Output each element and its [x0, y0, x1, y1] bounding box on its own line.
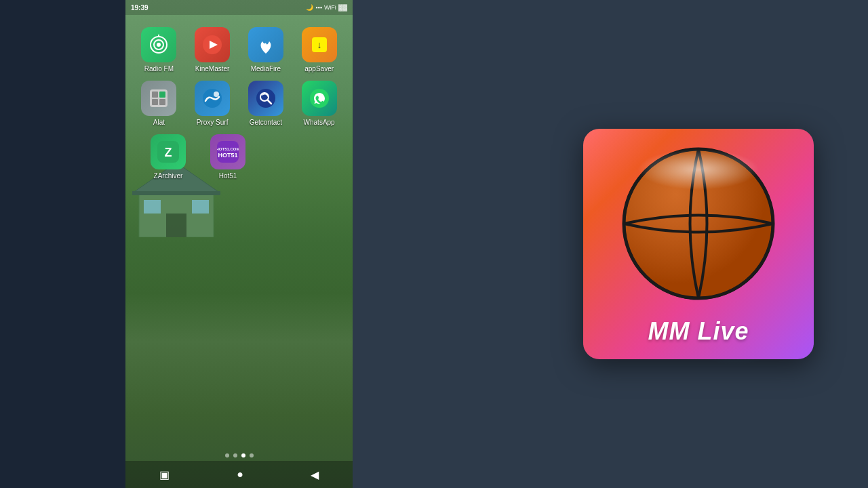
app-label-whatsapp: WhatsApp: [304, 119, 335, 126]
app-label-alat: Alat: [153, 119, 165, 126]
svg-point-24: [256, 89, 275, 108]
app-icon-whatsapp[interactable]: [302, 81, 337, 116]
kinemaster-icon: [201, 34, 223, 56]
svg-text:HOT51.COM: HOT51.COM: [217, 147, 239, 151]
svg-text:HOT51: HOT51: [218, 152, 237, 159]
hot51-icon: HOT51.COM HOT51: [217, 141, 239, 163]
phone-frame: 19:39 🌙 ▪▪▪ WiFi ▓▓: [125, 0, 353, 488]
svg-text:Z: Z: [165, 146, 172, 159]
app-icon-kinemaster[interactable]: [195, 27, 230, 62]
status-bar: 19:39 🌙 ▪▪▪ WiFi ▓▓: [125, 0, 353, 15]
app-icon-proxy-surf[interactable]: [195, 81, 230, 116]
app-icon-radio-fm[interactable]: [141, 27, 176, 62]
battery-icon: ▓▓: [338, 4, 347, 11]
svg-rect-20: [152, 99, 158, 105]
app-row-3: Z ZArchiver HOT51.COM HOT51 Hot5: [132, 134, 346, 180]
app-icon-zarchiver[interactable]: Z: [151, 134, 186, 169]
wifi-icon: WiFi: [324, 4, 336, 11]
app-item-appsaver[interactable]: ↓ appSaver: [296, 27, 343, 73]
svg-point-11: [157, 43, 161, 47]
status-icons: 🌙 ▪▪▪ WiFi ▓▓: [306, 4, 347, 11]
svg-text:↓: ↓: [317, 39, 321, 50]
zarchiver-icon: Z: [157, 141, 179, 163]
phone-screen: 19:39 🌙 ▪▪▪ WiFi ▓▓: [125, 0, 353, 488]
app-item-proxy-surf[interactable]: Proxy Surf: [189, 81, 236, 126]
status-time: 19:39: [131, 4, 149, 12]
nav-bar: ▣ ● ◀: [125, 461, 353, 488]
ball-glow: [637, 149, 760, 190]
svg-rect-18: [152, 92, 158, 98]
left-panel: [0, 0, 125, 488]
whatsapp-icon: [309, 87, 330, 109]
app-item-alat[interactable]: Alat: [135, 81, 182, 126]
app-item-whatsapp[interactable]: WhatsApp: [296, 81, 343, 126]
mediafire-icon: [256, 35, 276, 55]
app-icon-mediafire[interactable]: [248, 27, 283, 62]
app-item-kinemaster[interactable]: KineMaster: [189, 27, 236, 73]
app-label-getcontact: Getcontact: [250, 119, 282, 126]
appsaver-icon: ↓: [309, 35, 330, 55]
mmlive-logo: MM Live: [583, 312, 814, 359]
alat-icon: [149, 88, 169, 108]
app-label-kinemaster: KineMaster: [195, 65, 230, 73]
svg-rect-19: [159, 92, 165, 98]
app-label-proxy-surf: Proxy Surf: [197, 119, 229, 126]
app-label-appsaver: appSaver: [304, 65, 334, 73]
app-label-mediafire: MediaFire: [251, 65, 281, 73]
svg-rect-5: [166, 214, 186, 237]
app-item-zarchiver[interactable]: Z ZArchiver: [144, 134, 192, 180]
page-dot-1[interactable]: [225, 453, 229, 458]
getcontact-icon: [255, 87, 277, 109]
page-dot-3[interactable]: [241, 453, 245, 458]
app-row-2: Alat Proxy Surf: [132, 81, 346, 126]
app-label-zarchiver: ZArchiver: [154, 172, 183, 180]
mmlive-card[interactable]: MM Live: [583, 129, 814, 359]
app-grid: Radio FM KineMaster: [125, 20, 353, 195]
app-item-getcontact[interactable]: Getcontact: [242, 81, 290, 126]
home-button[interactable]: ●: [237, 468, 243, 481]
app-label-radio-fm: Radio FM: [144, 65, 174, 73]
svg-point-23: [214, 92, 219, 97]
page-dot-2[interactable]: [233, 453, 237, 458]
app-label-hot51: Hot51: [219, 172, 237, 180]
app-item-mediafire[interactable]: MediaFire: [242, 27, 290, 73]
app-icon-getcontact[interactable]: [248, 81, 283, 116]
app-item-radio-fm[interactable]: Radio FM: [135, 27, 182, 73]
svg-rect-6: [144, 200, 161, 214]
moon-icon: 🌙: [306, 4, 313, 11]
app-icon-appsaver[interactable]: ↓: [302, 27, 337, 62]
back-button[interactable]: ◀: [311, 468, 319, 481]
app-icon-alat[interactable]: [141, 81, 176, 116]
svg-rect-7: [192, 200, 209, 214]
app-row-1: Radio FM KineMaster: [132, 27, 346, 73]
radio-fm-icon: [149, 35, 169, 55]
right-panel: MM Live: [356, 0, 868, 488]
page-dots: [125, 453, 353, 458]
recent-apps-button[interactable]: ▣: [159, 468, 170, 481]
page-dot-4[interactable]: [250, 453, 254, 458]
signal-icon: ▪▪▪: [315, 4, 322, 11]
app-icon-hot51[interactable]: HOT51.COM HOT51: [210, 134, 245, 169]
proxy-surf-icon: [201, 87, 223, 109]
app-item-hot51[interactable]: HOT51.COM HOT51 Hot51: [204, 134, 252, 180]
svg-rect-21: [159, 99, 165, 105]
